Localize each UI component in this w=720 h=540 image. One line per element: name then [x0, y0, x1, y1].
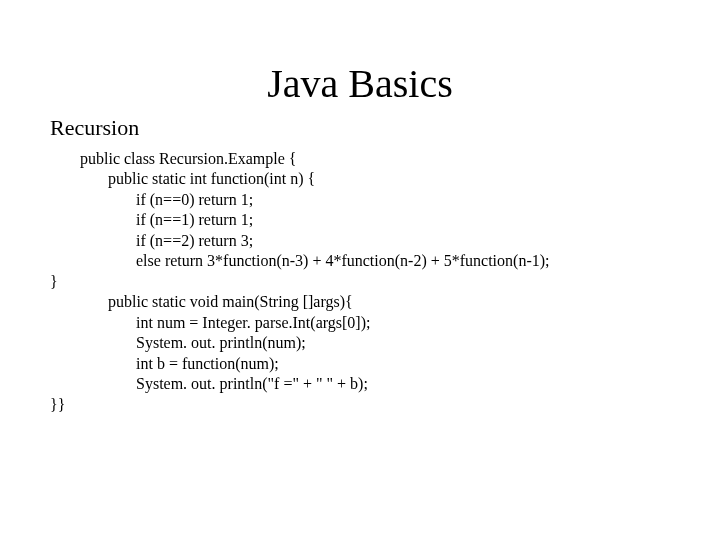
code-line: }} — [50, 395, 65, 415]
code-line: public static void main(String []args){ — [80, 293, 353, 310]
code-line: else return 3*function(n-3) + 4*function… — [80, 252, 549, 269]
slide-subtitle: Recursion — [50, 115, 670, 141]
code-line: System. out. println("f =" + " " + b); — [80, 375, 368, 392]
slide: Java Basics Recursion public class Recur… — [0, 0, 720, 455]
code-line: if (n==2) return 3; — [80, 232, 253, 249]
code-line: System. out. println(num); — [80, 334, 306, 351]
code-line: public static int function(int n) { — [80, 170, 315, 187]
code-line: } — [50, 272, 58, 292]
slide-title: Java Basics — [50, 60, 670, 107]
code-line: public class Recursion.Example { — [80, 150, 297, 167]
code-block: public class Recursion.Example { public … — [50, 149, 670, 415]
code-line: int b = function(num); — [80, 355, 279, 372]
code-line: if (n==0) return 1; — [80, 191, 253, 208]
code-line: if (n==1) return 1; — [80, 211, 253, 228]
code-line: int num = Integer. parse.Int(args[0]); — [80, 314, 370, 331]
